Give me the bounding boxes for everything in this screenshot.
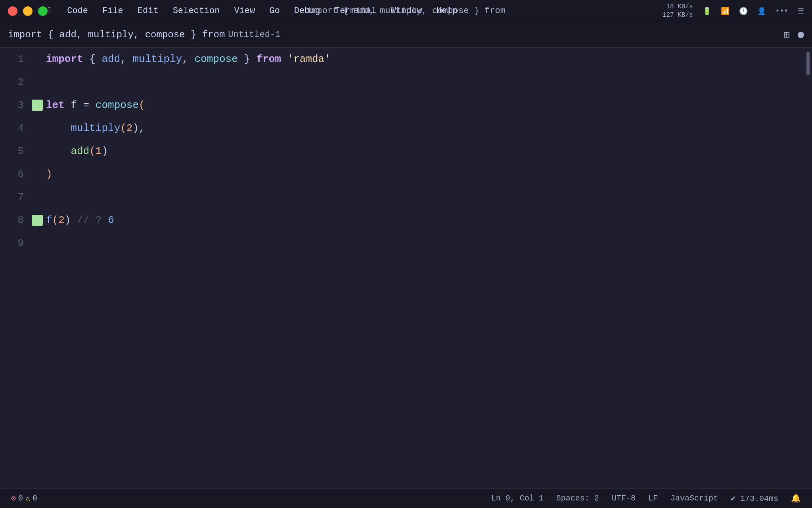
line-number-3: 3 [4,99,32,111]
status-right: Ln 9, Col 1 Spaces: 2 UTF-8 LF JavaScrip… [491,493,801,503]
tab-filename[interactable]: Untitled-1 [228,30,280,40]
line-number-6: 6 [4,168,32,180]
scrollbar-thumb[interactable] [806,52,810,75]
cursor-position[interactable]: Ln 9, Col 1 [491,494,544,503]
menu-go[interactable]: Go [269,6,280,16]
titlebar-right: 18 KB/s 127 KB/s 🔋 📶 🕐 👤 ••• ☰ [663,3,804,19]
line-number-4: 4 [4,122,32,134]
scrollbar[interactable] [804,48,812,488]
error-number: 0 [18,494,23,503]
token-f-call: f [46,214,52,226]
token-from: from [257,53,281,65]
maximize-button[interactable] [38,6,48,16]
tab-breadcrumb: import { add, multiply, compose } from U… [8,29,280,40]
apple-menu[interactable]:  [48,6,53,16]
token-import: import [46,53,83,65]
download-speed: 127 KB/s [663,11,693,19]
battery-icon: 🔋 [703,7,711,15]
line-4: 4 multiply(2), [4,117,796,140]
token-paren-close-5: ) [102,145,108,157]
token-brace-close: } [238,53,257,65]
breadcrumb-path: import { add, multiply, compose } from [8,29,225,40]
upload-speed: 18 KB/s [663,3,693,11]
minimize-button[interactable] [23,6,33,16]
menu-selection[interactable]: Selection [173,6,220,16]
token-string-ramda: 'ramda' [281,53,331,65]
code-line-5: add(1) [46,140,108,163]
token-result-6: 6 [108,214,114,226]
menu-file[interactable]: File [102,6,123,16]
indentation[interactable]: Spaces: 2 [556,494,599,503]
token-add-call: add [71,145,89,157]
line-number-8: 8 [4,214,32,226]
token-compose: compose [195,53,238,65]
line-ending[interactable]: LF [648,494,658,503]
line-2: 2 [4,71,796,94]
token-paren-close-6: ) [46,168,52,180]
code-line-6: ) [46,163,52,186]
token-multiply: multiply [132,53,182,65]
list-icon: ☰ [798,7,804,15]
statusbar: ⊗ 0 △ 0 Ln 9, Col 1 Spaces: 2 UTF-8 LF J… [0,488,812,508]
split-editor-button[interactable]: ⊞ [783,29,790,41]
language-mode[interactable]: JavaScript [670,494,718,503]
token-paren-comma-4: ), [132,122,145,134]
editor: 1 import { add, multiply, compose } from… [0,48,812,488]
token-let: let [46,99,65,111]
user-icon: 👤 [757,7,766,15]
code-area[interactable]: 1 import { add, multiply, compose } from… [0,48,804,488]
line-indicator-8 [32,215,43,226]
warning-number: 0 [33,494,37,503]
token-paren-open-3: ( [139,99,145,111]
line-number-5: 5 [4,145,32,157]
unsaved-indicator [798,32,804,38]
line-number-7: 7 [4,191,32,203]
token-add: add [102,53,120,65]
status-left: ⊗ 0 △ 0 [11,493,37,503]
close-button[interactable] [8,6,17,16]
token-brace-open: { [83,53,102,65]
token-num-2-8: 2 [58,214,65,226]
token-num-2: 2 [126,122,133,134]
notification-icon[interactable]: 🔔 [791,493,801,503]
token-multiply-call: multiply [71,122,120,134]
line-6: 6 ) [4,163,796,186]
token-indent-5 [46,145,71,157]
menu-view[interactable]: View [234,6,255,16]
code-line-3: let f = compose( [46,94,145,117]
token-indent-4 [46,122,71,134]
token-paren-open-4: ( [120,122,126,134]
error-count[interactable]: ⊗ 0 △ 0 [11,493,37,503]
token-comment-8: // ? [77,214,108,226]
menu-code[interactable]: Code [67,6,88,16]
wifi-icon: 📶 [721,7,730,15]
titlebar:  Code File Edit Selection View Go Debug… [0,0,812,22]
token-num-1: 1 [96,145,102,157]
line-7: 7 [4,186,796,209]
token-compose-call: compose [96,99,139,111]
encoding[interactable]: UTF-8 [612,494,636,503]
menu-edit[interactable]: Edit [138,6,159,16]
tabbar: import { add, multiply, compose } from U… [0,22,812,48]
code-line-1: import { add, multiply, compose } from '… [46,48,331,71]
error-icon: ⊗ [11,493,16,503]
timing: ✔ 173.04ms [731,493,778,503]
token-space-f: f = [65,99,96,111]
traffic-lights [8,6,48,16]
token-paren-open-8: ( [52,214,59,226]
line-number-1: 1 [4,53,32,65]
clock-icon: 🕐 [739,7,748,15]
window-title: import { add, multiply, compose } from [306,6,506,16]
token-paren-close-8: ) [65,214,77,226]
code-line-8: f(2) // ? 6 [46,209,114,232]
line-9: 9 [4,232,796,255]
tab-actions: ⊞ [783,29,804,41]
line-5: 5 add(1) [4,140,796,163]
network-speed: 18 KB/s 127 KB/s [663,3,693,19]
line-1: 1 import { add, multiply, compose } from… [4,48,796,71]
line-3: 3 let f = compose( [4,94,796,117]
code-line-4: multiply(2), [46,117,145,140]
token-paren-open-5: ( [89,145,96,157]
line-indicator-3 [32,100,43,111]
line-number-9: 9 [4,237,32,249]
